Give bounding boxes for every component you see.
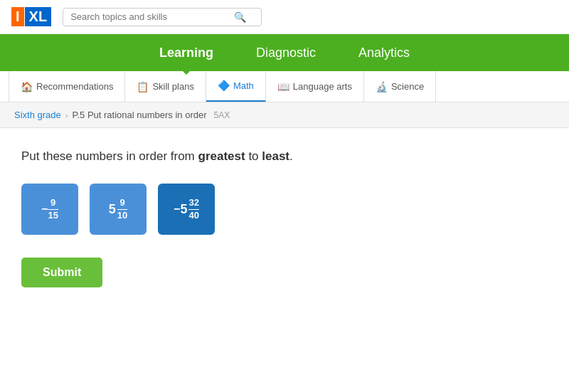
- subnav-science-label: Science: [391, 81, 424, 92]
- green-nav: Learning Diagnostic Analytics: [0, 34, 569, 71]
- number-tiles: − 9 15 5 9 10 − 5: [21, 184, 548, 235]
- question-suffix: .: [289, 149, 293, 163]
- tile2-fraction: 9 10: [117, 198, 127, 221]
- number-tile-2[interactable]: 5 9 10: [90, 184, 147, 235]
- tile3-sign: −: [174, 203, 180, 216]
- number-tile-1[interactable]: − 9 15: [21, 184, 78, 235]
- question-middle: to: [245, 149, 262, 163]
- breadcrumb: Sixth grade › P.5 Put rational numbers i…: [0, 102, 569, 128]
- subnav-recommendations[interactable]: 🏠 Recommendations: [9, 71, 125, 102]
- subnav-recommendations-label: Recommendations: [36, 81, 113, 92]
- subnav-language-arts-label: Language arts: [293, 81, 352, 92]
- subnav-math[interactable]: 🔷 Math: [206, 71, 266, 102]
- search-icon: 🔍: [234, 11, 246, 23]
- search-input[interactable]: [70, 11, 234, 22]
- subnav-science[interactable]: 🔬 Science: [364, 71, 436, 102]
- skill-plans-icon: 📋: [137, 81, 149, 92]
- nav-item-diagnostic[interactable]: Diagnostic: [235, 37, 337, 69]
- fraction-display-1: − 9 15: [41, 198, 58, 221]
- breadcrumb-grade[interactable]: Sixth grade: [14, 110, 61, 120]
- breadcrumb-separator: ›: [65, 111, 68, 120]
- main-content: Put these numbers in order from greatest…: [0, 128, 569, 309]
- tile3-fraction: 32 40: [188, 198, 198, 221]
- math-icon: 🔷: [218, 80, 230, 91]
- tile2-numerator: 9: [119, 198, 124, 208]
- tile1-sign: −: [41, 203, 48, 216]
- tile1-denominator: 15: [48, 211, 58, 221]
- breadcrumb-skill: P.5 Put rational numbers in order: [72, 110, 206, 120]
- recommendations-icon: 🏠: [21, 81, 33, 92]
- question-prefix: Put these numbers in order from: [21, 149, 198, 163]
- science-icon: 🔬: [376, 81, 388, 92]
- breadcrumb-skill-code: 5AX: [214, 110, 230, 120]
- tile2-whole: 5: [109, 202, 116, 217]
- question-bold2: least: [262, 149, 289, 163]
- subnav-skill-plans[interactable]: 📋 Skill plans: [125, 71, 206, 102]
- search-bar[interactable]: 🔍: [63, 8, 262, 26]
- subnav-skill-plans-label: Skill plans: [152, 81, 194, 92]
- logo[interactable]: I XL: [11, 7, 51, 26]
- fraction-display-3: − 5 32 40: [174, 198, 199, 221]
- question-text: Put these numbers in order from greatest…: [21, 149, 548, 164]
- nav-item-analytics[interactable]: Analytics: [337, 37, 431, 69]
- tile1-fraction: 9 15: [48, 198, 58, 221]
- fraction-display-2: 5 9 10: [109, 198, 127, 221]
- question-bold1: greatest: [198, 149, 245, 163]
- sub-nav: 🏠 Recommendations 📋 Skill plans 🔷 Math 📖…: [0, 71, 569, 102]
- number-tile-3[interactable]: − 5 32 40: [158, 184, 215, 235]
- app-header: I XL 🔍: [0, 0, 569, 34]
- nav-item-learning[interactable]: Learning: [138, 37, 235, 69]
- tile3-denominator: 40: [188, 211, 198, 221]
- tile3-numerator: 32: [188, 198, 198, 208]
- tile1-numerator: 9: [50, 198, 55, 208]
- tile2-denominator: 10: [117, 211, 127, 221]
- subnav-language-arts[interactable]: 📖 Language arts: [266, 71, 364, 102]
- subnav-math-label: Math: [233, 80, 254, 91]
- language-arts-icon: 📖: [277, 81, 289, 92]
- logo-xl: XL: [25, 7, 52, 26]
- tile3-whole: 5: [180, 202, 187, 217]
- submit-button[interactable]: Submit: [21, 258, 102, 287]
- logo-i: I: [11, 7, 24, 26]
